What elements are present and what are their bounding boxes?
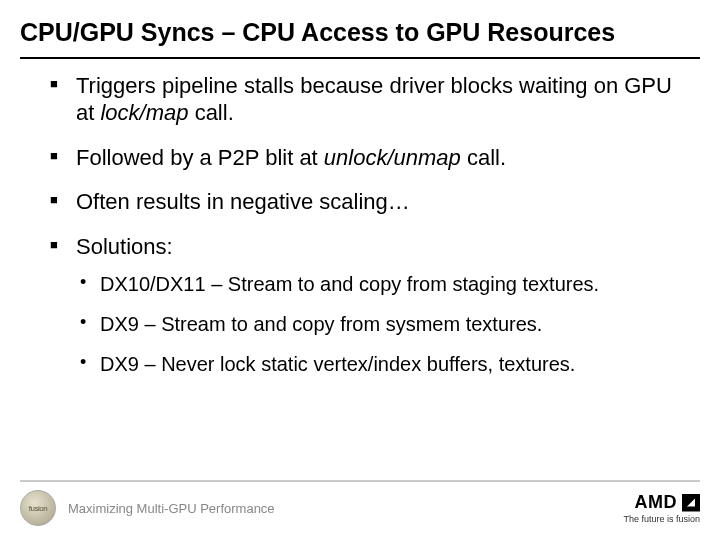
- amd-wordmark: AMD: [635, 492, 678, 513]
- text: call.: [461, 145, 506, 170]
- footer-row: fusion Maximizing Multi-GPU Performance …: [20, 490, 700, 526]
- slide-title: CPU/GPU Syncs – CPU Access to GPU Resour…: [0, 0, 720, 53]
- solutions-list: DX10/DX11 – Stream to and copy from stag…: [76, 271, 686, 377]
- emphasis: lock/map: [100, 100, 188, 125]
- fusion-badge-icon: fusion: [20, 490, 56, 526]
- amd-tagline: The future is fusion: [623, 514, 700, 524]
- bullet-negative-scaling: Often results in negative scaling…: [50, 189, 686, 216]
- amd-logo: AMD: [623, 492, 700, 513]
- text: Followed by a P2P blit at: [76, 145, 324, 170]
- text: call.: [189, 100, 234, 125]
- bullet-list: Triggers pipeline stalls because driver …: [50, 73, 686, 377]
- sub-dx9-sysmem: DX9 – Stream to and copy from sysmem tex…: [76, 311, 686, 337]
- footer-text: Maximizing Multi-GPU Performance: [68, 501, 275, 516]
- sub-dx10-staging: DX10/DX11 – Stream to and copy from stag…: [76, 271, 686, 297]
- amd-arrow-icon: [682, 494, 700, 512]
- footer-left: fusion Maximizing Multi-GPU Performance: [20, 490, 275, 526]
- bullet-solutions: Solutions: DX10/DX11 – Stream to and cop…: [50, 234, 686, 377]
- text: Solutions:: [76, 234, 173, 259]
- title-divider: [20, 57, 700, 59]
- bullet-p2p-blit: Followed by a P2P blit at unlock/unmap c…: [50, 145, 686, 172]
- amd-logo-block: AMD The future is fusion: [623, 492, 700, 524]
- slide-body: Triggers pipeline stalls because driver …: [0, 73, 720, 377]
- footer: fusion Maximizing Multi-GPU Performance …: [0, 480, 720, 526]
- footer-divider: [20, 480, 700, 482]
- emphasis: unlock/unmap: [324, 145, 461, 170]
- bullet-triggers-stalls: Triggers pipeline stalls because driver …: [50, 73, 686, 127]
- sub-dx9-never-lock: DX9 – Never lock static vertex/index buf…: [76, 351, 686, 377]
